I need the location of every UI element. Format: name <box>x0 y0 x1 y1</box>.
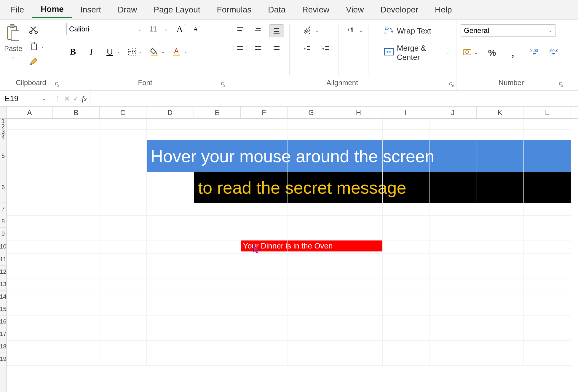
svg-rect-50 <box>463 50 471 55</box>
align-left-button[interactable] <box>232 43 247 56</box>
row-header-12[interactable]: 12 <box>0 266 6 278</box>
column-header-F[interactable]: F <box>241 107 288 118</box>
dialog-launcher-icon[interactable] <box>54 81 61 88</box>
menu-insert[interactable]: Insert <box>72 2 109 17</box>
menu-page-layout[interactable]: Page Layout <box>145 2 208 17</box>
chevron-down-icon[interactable]: ⌄ <box>161 49 165 54</box>
row-header-16[interactable]: 16 <box>0 315 6 328</box>
rtl-button[interactable]: ¶ <box>344 24 359 37</box>
row-header-4[interactable]: 4 <box>0 135 6 140</box>
comma-button[interactable]: , <box>506 46 519 59</box>
column-header-J[interactable]: J <box>429 107 477 118</box>
wrap-text-label: Wrap Text <box>397 26 431 36</box>
row-header-19[interactable]: 19 <box>0 353 6 365</box>
align-top-button[interactable] <box>232 24 247 37</box>
row-header-5[interactable]: 5 <box>0 140 6 172</box>
align-bottom-button[interactable] <box>269 24 284 37</box>
chevron-down-icon[interactable]: ⌄ <box>184 49 187 54</box>
cancel-icon[interactable]: ✕ <box>64 95 70 103</box>
menu-data[interactable]: Data <box>260 2 294 17</box>
decrease-decimal-button[interactable]: .00.0 <box>548 46 561 59</box>
menu-formulas[interactable]: Formulas <box>209 2 260 17</box>
align-top-icon <box>236 26 244 36</box>
column-header-L[interactable]: L <box>523 107 571 118</box>
accounting-format-button[interactable] <box>461 46 474 59</box>
row-header-13[interactable]: 13 <box>0 278 6 291</box>
row-header-11[interactable]: 11 <box>0 253 6 266</box>
fx-icon[interactable]: fx <box>82 94 87 103</box>
format-painter-button[interactable] <box>27 56 40 69</box>
increase-indent-button[interactable] <box>318 43 333 56</box>
dialog-launcher-icon[interactable] <box>220 81 227 88</box>
font-name-select[interactable]: Calibri ⌄ <box>66 23 144 35</box>
row-header-8[interactable]: 8 <box>0 215 6 228</box>
italic-button[interactable]: I <box>85 45 98 58</box>
merge-center-button[interactable]: Merge & Center ⌄ <box>382 42 452 63</box>
row-header-6[interactable]: 6 <box>0 172 6 203</box>
rtl-icon: ¶ <box>347 26 356 36</box>
menu-file[interactable]: File <box>2 2 32 17</box>
underline-button[interactable]: U <box>103 45 116 58</box>
column-header-K[interactable]: K <box>477 107 523 118</box>
row-header-18[interactable]: 18 <box>0 340 6 353</box>
bold-button[interactable]: B <box>66 45 79 58</box>
menu-developer[interactable]: Developer <box>372 2 427 17</box>
increase-font-button[interactable]: Aˆ <box>173 23 186 36</box>
name-box[interactable]: E19 ⌄ <box>2 92 49 105</box>
align-center-button[interactable] <box>251 43 266 56</box>
menu-draw[interactable]: Draw <box>109 2 145 17</box>
chevron-down-icon[interactable]: ⌄ <box>139 49 142 54</box>
dialog-launcher-icon[interactable] <box>558 81 565 88</box>
wrap-text-button[interactable]: abc Wrap Text <box>382 24 452 38</box>
chevron-down-icon[interactable]: ⌄ <box>315 28 319 33</box>
font-color-button[interactable]: A <box>170 45 183 58</box>
column-header-G[interactable]: G <box>288 107 335 118</box>
column-header-H[interactable]: H <box>335 107 382 118</box>
menu-home[interactable]: Home <box>32 1 72 18</box>
column-header-I[interactable]: I <box>382 107 429 118</box>
align-right-button[interactable] <box>269 43 284 56</box>
column-header-E[interactable]: E <box>194 107 241 118</box>
menu-view[interactable]: View <box>338 2 372 17</box>
cells-area[interactable]: Hover your mouse around the screen to re… <box>7 119 578 392</box>
decrease-indent-button[interactable] <box>300 43 314 56</box>
row-header-15[interactable]: 15 <box>0 303 6 315</box>
chevron-down-icon[interactable]: ⌄ <box>12 55 15 59</box>
number-format-select[interactable]: General ⌄ <box>461 24 555 37</box>
svg-text:.0: .0 <box>528 48 532 53</box>
enter-icon[interactable]: ✓ <box>73 95 79 103</box>
menu-review[interactable]: Review <box>294 2 338 17</box>
row-header-10[interactable]: 10 <box>0 240 6 253</box>
orientation-button[interactable]: ab <box>300 24 314 37</box>
row-header-9[interactable]: 9 <box>0 228 6 240</box>
more-icon[interactable]: ⋮ <box>55 95 61 103</box>
chevron-down-icon[interactable]: ⌄ <box>474 50 478 55</box>
row-header-17[interactable]: 17 <box>0 328 6 340</box>
borders-button[interactable] <box>126 45 139 58</box>
row-header-14[interactable]: 14 <box>0 291 6 303</box>
cut-button[interactable] <box>27 24 40 37</box>
align-middle-button[interactable] <box>251 24 266 37</box>
chevron-down-icon[interactable]: ⌄ <box>117 49 120 54</box>
fill-color-button[interactable] <box>148 45 161 58</box>
number-group: General ⌄ ⌄ % , .0.00 .00.0 Number <box>456 20 566 90</box>
percent-button[interactable]: % <box>486 46 499 59</box>
dialog-launcher-icon[interactable] <box>448 81 455 88</box>
formula-input[interactable] <box>90 92 578 105</box>
column-header-B[interactable]: B <box>53 107 100 118</box>
column-header-D[interactable]: D <box>146 107 194 118</box>
font-size-select[interactable]: 11 ⌄ <box>147 23 170 35</box>
column-header-C[interactable]: C <box>100 107 146 118</box>
chevron-down-icon[interactable]: ⌄ <box>447 50 450 55</box>
chevron-down-icon[interactable]: ⌄ <box>359 28 363 33</box>
chevron-down-icon[interactable]: ⌄ <box>41 44 44 49</box>
paste-button[interactable]: Paste ⌄ <box>4 23 22 59</box>
menu-help[interactable]: Help <box>427 2 460 17</box>
copy-button[interactable] <box>27 40 40 53</box>
decrease-font-button[interactable]: Aˇ <box>189 23 202 36</box>
increase-decimal-button[interactable]: .0.00 <box>527 46 540 59</box>
row-header-7[interactable]: 7 <box>0 203 6 215</box>
column-header-A[interactable]: A <box>7 107 53 118</box>
chevron-down-icon[interactable]: ⌄ <box>42 96 46 101</box>
select-all-corner[interactable] <box>0 107 7 118</box>
